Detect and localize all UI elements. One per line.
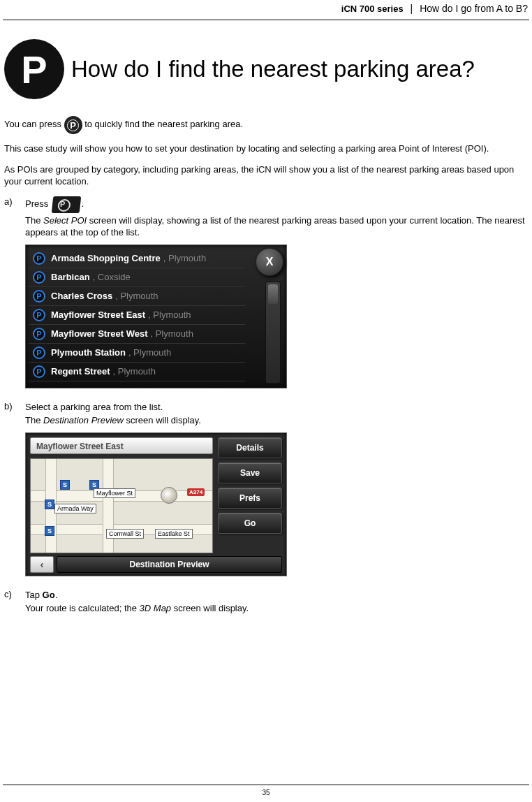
step-b-marker: b) (4, 401, 25, 581)
dest-caption: Destination Preview (57, 556, 282, 573)
header-rule (3, 20, 529, 20)
step-c-body: Tap Go. Your route is calculated; the 3D… (25, 589, 528, 616)
road-shield: A374 (187, 488, 205, 496)
step-c-line1b: Go (43, 590, 55, 600)
dest-preview-screen: Mayflower Street East Details Save Prefs… (25, 432, 287, 576)
scrollbar[interactable] (265, 282, 281, 384)
step-a-body: Press . The Select POI screen will displ… (25, 196, 528, 393)
poi-screen: X PArmada Shopping Centre, Plymouth PBar… (25, 245, 287, 388)
poi-sub: , Plymouth (150, 328, 193, 339)
intro-p2: This case study will show you how to set… (4, 143, 528, 155)
service-icon: S (45, 500, 54, 509)
poi-name: Charles Cross (51, 291, 112, 301)
poi-row[interactable]: PMayflower Street East, Plymouth (29, 306, 245, 325)
header-series: iCN 700 series (341, 3, 404, 14)
step-c-line1c: . (55, 590, 58, 600)
step-a-line1a: Press (25, 198, 51, 209)
step-a-line2a: The (25, 215, 43, 226)
map-label-mayflower: Mayflower St (94, 488, 135, 498)
poi-row[interactable]: PRegent Street, Plymouth (29, 363, 245, 381)
step-c-line2b: screen will display. (171, 603, 249, 613)
step-a: a) Press . The Select POI screen will di… (4, 196, 528, 393)
step-b-line2a: The (25, 415, 43, 425)
header-separator: | (411, 3, 413, 14)
poi-sub: , Plymouth (113, 366, 156, 377)
parking-icon: P (4, 39, 64, 99)
chevron-left-icon: ‹ (40, 559, 44, 570)
parking-poi-icon: P (33, 309, 45, 321)
intro-p3: As POIs are grouped by category, includi… (4, 163, 528, 188)
intro-p1: You can press to quickly find the neares… (4, 116, 528, 134)
prefs-button[interactable]: Prefs (218, 488, 282, 509)
step-a-marker: a) (4, 196, 25, 393)
step-c-marker: c) (4, 589, 25, 616)
map-label-armada: Armada Way (54, 504, 96, 513)
go-button[interactable]: Go (218, 513, 282, 534)
step-b-line2b: screen will display. (124, 415, 201, 425)
parking-poi-icon: P (33, 347, 45, 359)
step-a-line2i: Select POI (43, 215, 87, 226)
poi-name: Mayflower Street East (51, 309, 145, 320)
destination-marker-icon (161, 487, 177, 504)
intro-p1a: You can press (4, 119, 64, 129)
step-c-line2i: 3D Map (140, 603, 172, 613)
step-c-line2a: Your route is calculated; the (25, 603, 140, 613)
poi-name: Regent Street (51, 366, 110, 377)
parking-key-icon (52, 196, 82, 213)
poi-rows: PArmada Shopping Centre, Plymouth PBarbi… (29, 249, 245, 381)
page-content: P How do I find the nearest parking area… (4, 39, 528, 625)
dest-button-column: Details Save Prefs Go (218, 437, 282, 534)
page-header: iCN 700 series | How do I go from A to B… (4, 3, 528, 17)
title-row: P How do I find the nearest parking area… (4, 39, 528, 99)
poi-sub: , Plymouth (163, 253, 206, 263)
page-number: 35 (0, 789, 532, 796)
step-c-line1a: Tap (25, 590, 43, 600)
poi-sub: , Plymouth (128, 347, 171, 358)
parking-poi-icon: P (33, 252, 45, 265)
poi-sub: , Plymouth (115, 291, 158, 301)
parking-poi-icon: P (33, 271, 45, 284)
map-preview[interactable]: S S S S Mayflower St Armada Way Cornwall… (30, 458, 213, 553)
dest-bottom-bar: ‹ Destination Preview (30, 556, 282, 573)
dest-screenshot: Mayflower Street East Details Save Prefs… (25, 432, 528, 576)
poi-name: Plymouth Station (51, 347, 126, 358)
parking-poi-icon: P (33, 365, 45, 378)
step-b-body: Select a parking area from the list. The… (25, 401, 528, 581)
step-a-line2b: screen will display, showing a list of t… (25, 215, 525, 238)
details-button[interactable]: Details (218, 437, 282, 458)
header-breadcrumb: How do I go from A to B? (420, 3, 528, 14)
map-label-eastlake: Eastlake St (155, 529, 193, 539)
step-b: b) Select a parking area from the list. … (4, 401, 528, 581)
poi-row[interactable]: PBarbican, Coxside (29, 268, 245, 287)
poi-row[interactable]: PArmada Shopping Centre, Plymouth (29, 249, 245, 268)
dest-title: Mayflower Street East (30, 437, 213, 454)
parking-poi-icon: P (33, 328, 45, 340)
step-b-line2i: Destination Preview (43, 415, 124, 425)
steps-list: a) Press . The Select POI screen will di… (4, 196, 528, 616)
back-button[interactable]: ‹ (30, 556, 54, 573)
footer-rule (3, 785, 529, 785)
poi-row[interactable]: PPlymouth Station, Plymouth (29, 344, 245, 363)
service-icon: S (60, 480, 70, 490)
parking-poi-icon: P (33, 290, 45, 302)
poi-sub: , Plymouth (148, 309, 191, 320)
step-b-line1: Select a parking area from the list. (25, 401, 528, 414)
step-a-line1b: . (82, 198, 84, 209)
intro-p1b: to quickly find the nearest parking area… (84, 119, 243, 129)
page-title: How do I find the nearest parking area? (71, 54, 475, 83)
poi-row[interactable]: PCharles Cross, Plymouth (29, 287, 245, 306)
map-label-cornwall: Cornwall St (106, 529, 144, 539)
save-button[interactable]: Save (218, 462, 282, 483)
poi-row[interactable]: PMayflower Street West, Plymouth (29, 325, 245, 344)
poi-name: Armada Shopping Centre (51, 253, 161, 263)
close-icon: X (266, 256, 274, 268)
poi-sub: , Coxside (93, 272, 131, 282)
close-button[interactable]: X (256, 248, 283, 276)
service-icon: S (45, 526, 54, 536)
poi-name: Mayflower Street West (51, 328, 147, 339)
step-c: c) Tap Go. Your route is calculated; the… (4, 589, 528, 616)
poi-name: Barbican (51, 272, 90, 282)
poi-screenshot: X PArmada Shopping Centre, Plymouth PBar… (25, 245, 528, 388)
parking-button-icon (64, 116, 82, 134)
